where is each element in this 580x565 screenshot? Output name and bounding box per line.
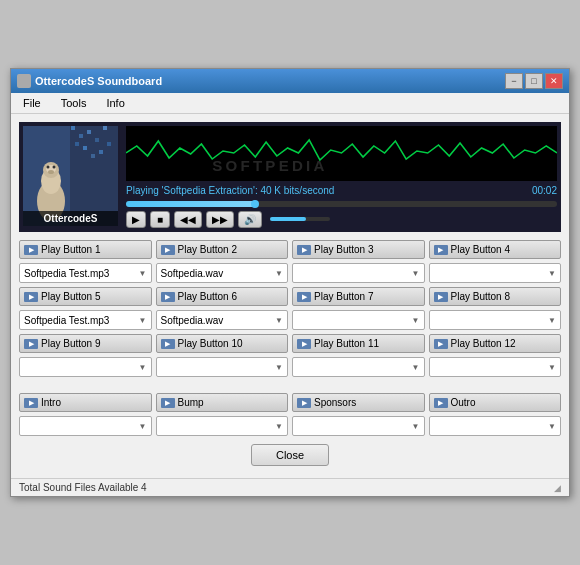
play-icon-2: ▶: [161, 245, 175, 255]
svg-rect-9: [91, 154, 95, 158]
prev-button[interactable]: ◀◀: [174, 211, 202, 228]
minimize-button[interactable]: −: [505, 73, 523, 89]
dropdown-4[interactable]: ▼: [429, 263, 562, 283]
special-dropdown-3[interactable]: ▼: [292, 416, 425, 436]
menu-info[interactable]: Info: [98, 95, 132, 111]
play-button-6[interactable]: ▶ Play Button 6: [156, 287, 289, 306]
svg-rect-3: [79, 134, 83, 138]
sponsors-button[interactable]: ▶ Sponsors: [292, 393, 425, 412]
dropdown-6[interactable]: Softpedia.wav ▼: [156, 310, 289, 330]
dropdown-arrow-2: ▼: [275, 269, 283, 278]
next-button[interactable]: ▶▶: [206, 211, 234, 228]
play-icon-7: ▶: [297, 292, 311, 302]
special-dropdown-4[interactable]: ▼: [429, 416, 562, 436]
buttons-row-3: ▶ Play Button 9 ▶ Play Button 10 ▶ Play …: [19, 334, 561, 353]
dropdown-arrow-11: ▼: [412, 363, 420, 372]
dropdown-arrow-7: ▼: [412, 316, 420, 325]
waveform-area: SOFTPEDIA Playing 'Softpedia Extraction'…: [126, 126, 557, 228]
play-icon-1: ▶: [24, 245, 38, 255]
waveform-display: SOFTPEDIA: [126, 126, 557, 181]
stop-button[interactable]: ■: [150, 211, 170, 228]
dropdown-arrow-12: ▼: [548, 363, 556, 372]
title-bar-left: OttercodeS Soundboard: [17, 74, 162, 88]
album-art: OttercodeS: [23, 126, 118, 226]
close-window-button[interactable]: ✕: [545, 73, 563, 89]
dropdown-8[interactable]: ▼: [429, 310, 562, 330]
dropdown-12[interactable]: ▼: [429, 357, 562, 377]
progress-handle[interactable]: [251, 200, 259, 208]
special-dropdown-arrow-2: ▼: [275, 422, 283, 431]
play-icon-11: ▶: [297, 339, 311, 349]
svg-rect-7: [75, 142, 79, 146]
special-dropdown-1[interactable]: ▼: [19, 416, 152, 436]
svg-rect-11: [107, 142, 111, 146]
buttons-row-1: ▶ Play Button 1 ▶ Play Button 2 ▶ Play B…: [19, 240, 561, 259]
play-button-2[interactable]: ▶ Play Button 2: [156, 240, 289, 259]
dropdown-10[interactable]: ▼: [156, 357, 289, 377]
special-dropdown-2[interactable]: ▼: [156, 416, 289, 436]
play-button-12[interactable]: ▶ Play Button 12: [429, 334, 562, 353]
player-section: OttercodeS SOFTPEDIA Playing 'Softpedia …: [19, 122, 561, 232]
play-button-5[interactable]: ▶ Play Button 5: [19, 287, 152, 306]
dropdown-arrow-1: ▼: [139, 269, 147, 278]
dropdown-9[interactable]: ▼: [19, 357, 152, 377]
play-button-8[interactable]: ▶ Play Button 8: [429, 287, 562, 306]
intro-play-icon: ▶: [24, 398, 38, 408]
dropdown-arrow-10: ▼: [275, 363, 283, 372]
app-icon: [17, 74, 31, 88]
dropdown-7[interactable]: ▼: [292, 310, 425, 330]
intro-button[interactable]: ▶ Intro: [19, 393, 152, 412]
svg-rect-8: [83, 146, 87, 150]
dropdown-arrow-5: ▼: [139, 316, 147, 325]
title-controls: − □ ✕: [505, 73, 563, 89]
volume-fill: [270, 217, 306, 221]
menu-tools[interactable]: Tools: [53, 95, 95, 111]
svg-rect-5: [95, 138, 99, 142]
track-info: Playing 'Softpedia Extraction': 40 K bit…: [126, 183, 557, 198]
progress-bar[interactable]: [126, 201, 557, 207]
play-button-9[interactable]: ▶ Play Button 9: [19, 334, 152, 353]
dropdown-2[interactable]: Softpedia.wav ▼: [156, 263, 289, 283]
main-content: OttercodeS SOFTPEDIA Playing 'Softpedia …: [11, 114, 569, 478]
dropdowns-row-1: Softpedia Test.mp3 ▼ Softpedia.wav ▼ ▼ ▼: [19, 263, 561, 283]
title-bar: OttercodeS Soundboard − □ ✕: [11, 69, 569, 93]
album-label: OttercodeS: [23, 211, 118, 226]
buttons-row-2: ▶ Play Button 5 ▶ Play Button 6 ▶ Play B…: [19, 287, 561, 306]
svg-point-18: [48, 170, 54, 174]
volume-button[interactable]: 🔊: [238, 211, 262, 228]
play-icon-9: ▶: [24, 339, 38, 349]
play-button-1[interactable]: ▶ Play Button 1: [19, 240, 152, 259]
volume-slider[interactable]: [270, 217, 330, 221]
special-dropdown-arrow-4: ▼: [548, 422, 556, 431]
dropdown-5[interactable]: Softpedia Test.mp3 ▼: [19, 310, 152, 330]
track-name: Playing 'Softpedia Extraction': 40 K bit…: [126, 185, 334, 196]
dropdown-11[interactable]: ▼: [292, 357, 425, 377]
bump-button[interactable]: ▶ Bump: [156, 393, 289, 412]
dropdown-arrow-3: ▼: [412, 269, 420, 278]
play-button-10[interactable]: ▶ Play Button 10: [156, 334, 289, 353]
svg-rect-10: [99, 150, 103, 154]
play-button-7[interactable]: ▶ Play Button 7: [292, 287, 425, 306]
special-dropdowns-row: ▼ ▼ ▼ ▼: [19, 416, 561, 436]
play-button-4[interactable]: ▶ Play Button 4: [429, 240, 562, 259]
close-button[interactable]: Close: [251, 444, 329, 466]
special-dropdown-arrow-3: ▼: [412, 422, 420, 431]
dropdown-1[interactable]: Softpedia Test.mp3 ▼: [19, 263, 152, 283]
progress-fill: [126, 201, 255, 207]
play-button-3[interactable]: ▶ Play Button 3: [292, 240, 425, 259]
maximize-button[interactable]: □: [525, 73, 543, 89]
outro-button[interactable]: ▶ Outro: [429, 393, 562, 412]
menu-file[interactable]: File: [15, 95, 49, 111]
dropdowns-row-2: Softpedia Test.mp3 ▼ Softpedia.wav ▼ ▼ ▼: [19, 310, 561, 330]
play-button-11[interactable]: ▶ Play Button 11: [292, 334, 425, 353]
dropdown-arrow-9: ▼: [139, 363, 147, 372]
play-icon-3: ▶: [297, 245, 311, 255]
play-button[interactable]: ▶: [126, 211, 146, 228]
status-bar: Total Sound Files Available 4 ◢: [11, 478, 569, 496]
album-art-image: OttercodeS: [23, 126, 118, 226]
special-buttons-row: ▶ Intro ▶ Bump ▶ Sponsors ▶ Outro: [19, 393, 561, 412]
play-icon-8: ▶: [434, 292, 448, 302]
svg-rect-4: [87, 130, 91, 134]
dropdown-3[interactable]: ▼: [292, 263, 425, 283]
svg-text:SOFTPEDIA: SOFTPEDIA: [212, 158, 327, 173]
